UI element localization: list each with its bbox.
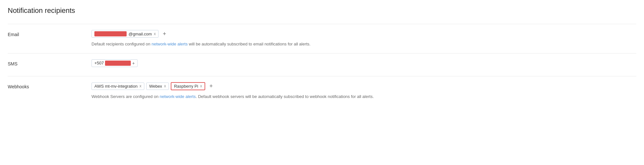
sms-tags-row: +507 +	[91, 59, 636, 67]
email-helper-text: Default recipients configured on network…	[91, 41, 636, 47]
webhook-tag-raspberrypi-text: Raspberry Pi	[174, 84, 198, 89]
email-tag-close[interactable]: x	[154, 32, 156, 36]
email-redacted	[94, 31, 127, 36]
sms-prefix: +507	[94, 61, 104, 65]
webhooks-network-wide-link[interactable]: network-wide alerts	[160, 94, 196, 99]
email-add-button[interactable]: +	[160, 30, 168, 38]
webhook-tag-raspberrypi[interactable]: Raspberry Pi x	[171, 82, 205, 90]
email-tags-row: @gmail.com x +	[91, 30, 636, 38]
email-network-wide-link[interactable]: network-wide alerts	[151, 42, 187, 46]
email-tag[interactable]: @gmail.com x	[91, 30, 159, 38]
email-label: Email	[8, 30, 91, 37]
webhook-tag-aws-close[interactable]: x	[139, 84, 141, 88]
sms-add-inline[interactable]: +	[132, 61, 135, 66]
webhook-tag-webex-text: Webex	[149, 84, 162, 89]
sms-content: +507 +	[91, 59, 636, 70]
webhook-tag-aws[interactable]: AWS mt-mv-integration x	[91, 82, 144, 90]
sms-tag[interactable]: +507 +	[91, 59, 138, 67]
webhooks-helper-text: Webhook Servers are configured on networ…	[91, 93, 636, 100]
webhooks-section: Webhooks AWS mt-mv-integration x Webex x…	[8, 76, 636, 106]
webhooks-helper-pre: Webhook Servers are configured on	[91, 94, 160, 99]
email-section: Email @gmail.com x + Default recipients …	[8, 24, 636, 53]
webhooks-label: Webhooks	[8, 82, 91, 89]
webhooks-tags-row: AWS mt-mv-integration x Webex x Raspberr…	[91, 82, 636, 90]
page-title: Notification recipients	[8, 6, 636, 15]
email-helper-post: will be automatically subscribed to emai…	[187, 42, 311, 46]
webhook-tag-raspberrypi-close[interactable]: x	[200, 84, 202, 88]
webhooks-helper-post: . Default webhook servers will be automa…	[196, 94, 374, 99]
webhook-tag-webex[interactable]: Webex x	[146, 82, 169, 90]
sms-label: SMS	[8, 59, 91, 66]
sms-redacted	[105, 61, 131, 66]
email-content: @gmail.com x + Default recipients config…	[91, 30, 636, 47]
webhook-tag-aws-text: AWS mt-mv-integration	[94, 84, 138, 89]
webhooks-content: AWS mt-mv-integration x Webex x Raspberr…	[91, 82, 636, 100]
sms-section: SMS +507 +	[8, 53, 636, 76]
email-suffix: @gmail.com	[129, 32, 152, 36]
webhooks-add-button[interactable]: +	[207, 82, 215, 90]
webhook-tag-webex-close[interactable]: x	[164, 84, 166, 88]
email-helper-pre: Default recipients configured on	[91, 42, 151, 46]
